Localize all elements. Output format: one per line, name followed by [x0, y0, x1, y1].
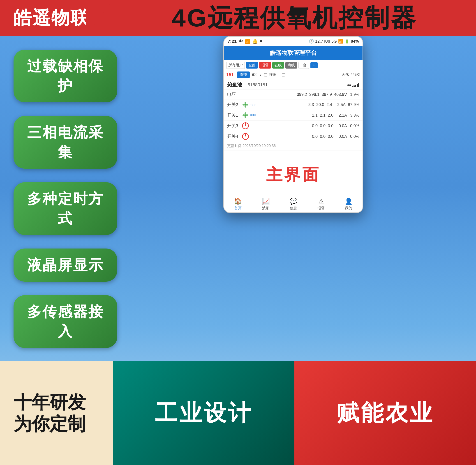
s1-v1: 2.1: [312, 113, 318, 118]
feature-btn-1: 三相电流采集: [13, 116, 117, 169]
device-count: 1台: [298, 62, 309, 69]
phone-status-bar: 7:21 👁 📶 🔔 ♥ 🕐 12.7 K/s 5G 📶 🔋 84%: [224, 37, 363, 46]
nav-waveform-label: 波形: [262, 206, 269, 211]
switch2-values: 8.3 20.0 2.4 2.5A 87.9%: [257, 102, 359, 107]
switch4-label: 开关4: [227, 134, 241, 139]
voltage-row: 电压 399.2 396.1 397.9 403.9V 1.9%: [224, 90, 363, 99]
index-checkbox[interactable]: [264, 73, 267, 76]
v3: 397.9: [322, 92, 332, 97]
weather-label: 天气: [342, 72, 349, 77]
s1-ampere: 2.1A: [336, 113, 347, 118]
app-name: 皓遥物联管理平台: [270, 49, 317, 56]
s2-v1: 8.3: [308, 102, 314, 107]
filter-online-btn[interactable]: 在线: [272, 62, 284, 69]
nav-mine[interactable]: 👤 我的: [345, 198, 353, 211]
feature-btn-2: 多种定时方式: [13, 182, 117, 235]
fan-icon-1: [242, 112, 249, 119]
wifi-icon: 📶: [245, 39, 250, 44]
s4-v3: 0.0: [328, 134, 334, 139]
signal-5g: 5G: [331, 39, 337, 44]
device-signal: 4G: [347, 82, 359, 87]
nav-home-label: 首页: [234, 206, 242, 211]
bottom-left-line1: 十年研发: [13, 391, 99, 413]
bottom-section: 十年研发 为你定制 工业设计 赋能农业: [0, 361, 476, 465]
signal-bars-icon: 📶: [338, 39, 343, 44]
feature-btn-4: 多传感器接入: [13, 295, 117, 348]
voltage-values: 399.2 396.1 397.9 403.9V 1.9%: [242, 92, 359, 97]
status-speed: 12.7 K/s: [315, 39, 330, 44]
bottom-right-text: 赋能农业: [336, 398, 434, 428]
bottom-right: 赋能农业: [294, 361, 476, 465]
voltage-percent: 1.9%: [349, 92, 359, 97]
bottom-middle: 工业设计: [113, 361, 294, 465]
waveform-icon: 📈: [262, 198, 270, 205]
filter-offline-btn[interactable]: 离线: [285, 62, 297, 69]
nav-info-label: 信息: [290, 206, 297, 211]
phone-container: 7:21 👁 📶 🔔 ♥ 🕐 12.7 K/s 5G 📶 🔋 84% 皓遥物联管…: [124, 36, 463, 361]
4g-label: 4G: [347, 83, 351, 87]
status-right: 🕐 12.7 K/s 5G 📶 🔋 84%: [309, 39, 359, 44]
s3-ampere: 0.0A: [336, 124, 347, 128]
s2-percent: 87.9%: [348, 102, 359, 107]
nav-waveform[interactable]: 📈 波形: [262, 198, 270, 211]
nav-home[interactable]: 🏠 首页: [234, 198, 242, 211]
search-btn[interactable]: 查找: [237, 72, 250, 78]
bottom-left: 十年研发 为你定制: [0, 361, 113, 465]
nav-alarm[interactable]: ⚠ 报警: [317, 198, 325, 211]
detail-label: 详细：: [269, 72, 280, 77]
status-time: 7:21: [228, 39, 237, 44]
wave-sym-2: ≈≈: [250, 102, 256, 107]
filter-all-btn[interactable]: 全部: [246, 62, 258, 69]
fan-icon-2: [242, 101, 249, 108]
switch2-label: 开关2: [227, 102, 241, 107]
battery-icon: 🔋: [345, 39, 349, 44]
s2-ampere: 2.5A: [334, 102, 346, 107]
feature-btn-3: 液晶屏显示: [13, 249, 117, 282]
status-left: 7:21 👁 📶 🔔 ♥: [228, 39, 262, 44]
search-bar: 151 查找 索引： 详细： 天气 445次: [224, 71, 363, 79]
header-title: 4G远程供氧机控制器: [0, 0, 476, 36]
switch3-label: 开关3: [227, 123, 241, 129]
wave-sym-1: ≈≈: [250, 112, 256, 118]
s1-v2: 2.1: [320, 113, 325, 118]
alarm-icon: ⚠: [318, 198, 324, 205]
add-device-btn[interactable]: +: [310, 62, 318, 68]
bottom-left-line2: 为你定制: [13, 413, 99, 435]
device-card[interactable]: 鲍鱼池 61880151 4G 电压: [224, 79, 363, 150]
switch4-row: 开关4 0.0 0.0 0.0 0.0A 0.0%: [224, 131, 363, 142]
eye-icon: 👁: [238, 39, 243, 44]
device-name: 鲍鱼池: [227, 82, 242, 87]
switch3-row: 开关3 0.0 0.0 0.0 0.0A 0.0%: [224, 121, 363, 131]
mine-icon: 👤: [345, 198, 353, 205]
nav-info[interactable]: 💬 信息: [290, 198, 298, 211]
switch1-values: 2.1 2.1 2.0 2.1A 3.3%: [257, 113, 359, 118]
switch4-values: 0.0 0.0 0.0 0.0A 0.0%: [250, 134, 359, 139]
detail-checkbox[interactable]: [282, 73, 285, 76]
search-number: 151: [226, 72, 235, 77]
v2: 396.1: [309, 92, 319, 97]
switch2-row: 开关2 ≈≈ 8.3 20.0 2.4 2.5A 87.9%: [224, 99, 363, 110]
user-select[interactable]: 所有用户: [226, 62, 245, 69]
update-time: 更新时间:2023/10/29 19:20:36: [224, 142, 363, 150]
svg-point-4: [242, 104, 245, 106]
s1-percent: 3.3%: [349, 113, 359, 118]
filter-alarm-btn[interactable]: 报警: [259, 62, 271, 69]
switch1-row: 开关1 ≈≈ 2.1 2.1 2.0 2.1A 3.3%: [224, 110, 363, 121]
s4-v1: 0.0: [312, 134, 318, 139]
home-icon: 🏠: [234, 198, 242, 205]
battery-percent: 84%: [351, 39, 359, 44]
heart-icon: ♥: [260, 39, 262, 44]
voltage-label: 电压: [227, 92, 241, 97]
s1-v3: 2.0: [328, 113, 334, 118]
power-icon-4: [242, 133, 249, 140]
switch3-values: 0.0 0.0 0.0 0.0A 0.0%: [250, 124, 359, 128]
features-list: 过载缺相保护 三相电流采集 多种定时方式 液晶屏显示 多传感器接入: [13, 50, 117, 348]
device-info: 鲍鱼池 61880151: [227, 81, 268, 88]
filter-bar[interactable]: 所有用户 全部 报警 在线 离线 1台 +: [224, 60, 363, 71]
index-label: 索引：: [251, 72, 262, 77]
switch1-label: 开关1: [227, 112, 241, 118]
main-label: 主界面: [224, 150, 363, 195]
voltage-total: 403.9V: [334, 92, 347, 97]
svg-point-9: [242, 114, 245, 116]
s3-v2: 0.0: [320, 124, 325, 128]
